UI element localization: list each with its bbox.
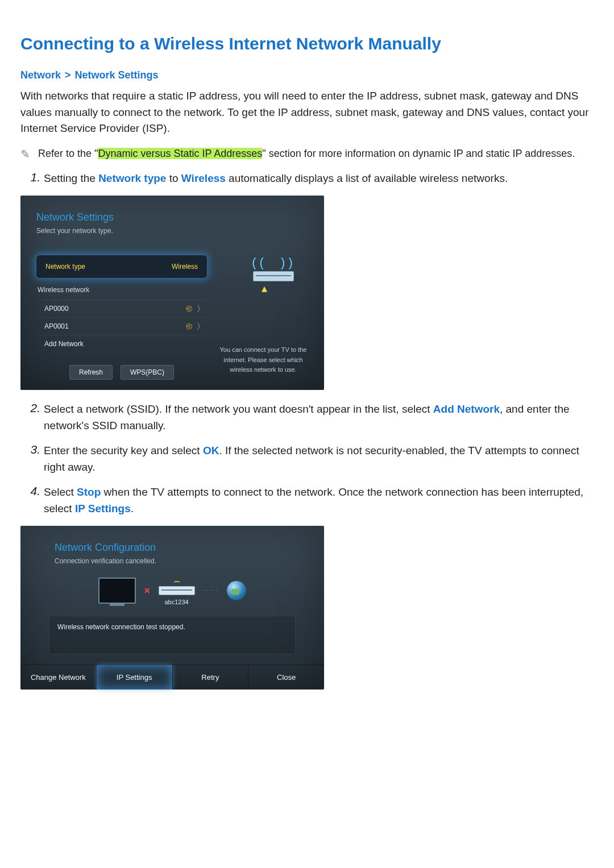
tv-icon <box>98 578 136 604</box>
step-2-num: 2. <box>20 401 44 415</box>
router-illustration: (( )) ▴ <box>218 255 308 300</box>
note: ✎ Refer to the "Dynamic versus Static IP… <box>20 146 594 161</box>
pencil-icon: ✎ <box>20 147 30 161</box>
close-button[interactable]: Close <box>248 665 324 690</box>
link-ip-settings: IP Settings <box>75 502 131 514</box>
panel1-subtitle: Select your network type. <box>36 227 308 235</box>
network-configuration-panel: Network Configuration Connection verific… <box>20 526 324 690</box>
router-icon <box>253 271 294 281</box>
access-point-icon: ⌢ abc1234 <box>159 575 195 605</box>
note-text: Refer to the "Dynamic versus Static IP A… <box>38 146 575 161</box>
panel1-title: Network Settings <box>36 211 308 223</box>
link-wireless: Wireless <box>181 172 226 184</box>
step-2-text: Select a network (SSID). If the network … <box>44 401 594 434</box>
chevron-right-icon: 〉 <box>197 300 205 317</box>
network-type-label: Network type <box>45 255 85 278</box>
link-add-network: Add Network <box>433 403 500 415</box>
network-name: AP0000 <box>39 300 69 317</box>
note-post: " section for more information on dynami… <box>262 148 575 159</box>
step-3-num: 3. <box>20 443 44 456</box>
chevron-right-icon: 〉 <box>197 318 205 335</box>
step-4-text: Select Stop when the TV attempts to conn… <box>44 484 594 517</box>
refresh-button[interactable]: Refresh <box>69 365 113 380</box>
step-4-num: 4. <box>20 484 44 498</box>
breadcrumb: Network > Network Settings <box>20 69 594 81</box>
network-settings-panel: Network Settings Select your network typ… <box>20 196 324 390</box>
add-network-row[interactable]: Add Network <box>36 335 207 352</box>
wps-pbc-button[interactable]: WPS(PBC) <box>121 365 174 380</box>
globe-icon <box>227 581 246 600</box>
add-network-label: Add Network <box>39 335 84 352</box>
panel2-title: Network Configuration <box>55 542 290 554</box>
ip-settings-button[interactable]: IP Settings <box>97 665 173 690</box>
network-row-ap0001[interactable]: AP0001 ⧀ 〉 <box>36 317 207 335</box>
retry-button[interactable]: Retry <box>173 665 249 690</box>
note-pre: Refer to the " <box>38 148 98 159</box>
link-network-type: Network type <box>98 172 166 184</box>
link-ok: OK <box>203 445 219 456</box>
breadcrumb-sep: > <box>64 69 72 81</box>
change-network-button[interactable]: Change Network <box>20 665 97 690</box>
wifi-lock-icon: ⧀ <box>186 300 192 317</box>
network-name: AP0001 <box>39 318 69 335</box>
panel2-subtitle: Connection verification cancelled. <box>55 557 290 565</box>
network-row-ap0000[interactable]: AP0000 ⧀ 〉 <box>36 300 207 317</box>
wifi-icon: ⌢ <box>159 575 195 587</box>
dots-icon: ····· <box>203 587 219 593</box>
status-message: Wireless network connection test stopped… <box>49 616 296 654</box>
page-title: Connecting to a Wireless Internet Networ… <box>20 34 594 53</box>
intro-text: With networks that require a static IP a… <box>20 88 594 137</box>
network-type-field[interactable]: Network type Wireless <box>36 255 207 278</box>
ap-label: abc1234 <box>159 599 195 605</box>
breadcrumb-a: Network <box>20 69 61 81</box>
x-fail-icon: ✕ <box>144 586 151 595</box>
network-type-value: Wireless <box>172 255 198 278</box>
note-highlight: Dynamic versus Static IP Addresses <box>98 148 262 159</box>
wifi-signal-icon: ▴ <box>218 281 308 295</box>
breadcrumb-b: Network Settings <box>75 69 159 81</box>
radio-wave-icon: (( )) <box>240 255 308 270</box>
panel1-hint: You can connect your TV to the internet.… <box>218 345 308 375</box>
link-stop: Stop <box>77 486 101 498</box>
wireless-network-header: Wireless network <box>36 286 207 300</box>
wifi-lock-icon: ⧀ <box>186 318 192 335</box>
step-1-num: 1. <box>20 171 44 184</box>
step-1-text: Setting the Network type to Wireless aut… <box>44 171 594 187</box>
step-3-text: Enter the security key and select OK. If… <box>44 443 594 475</box>
connection-diagram: ✕ ⌢ abc1234 ····· <box>55 575 290 605</box>
